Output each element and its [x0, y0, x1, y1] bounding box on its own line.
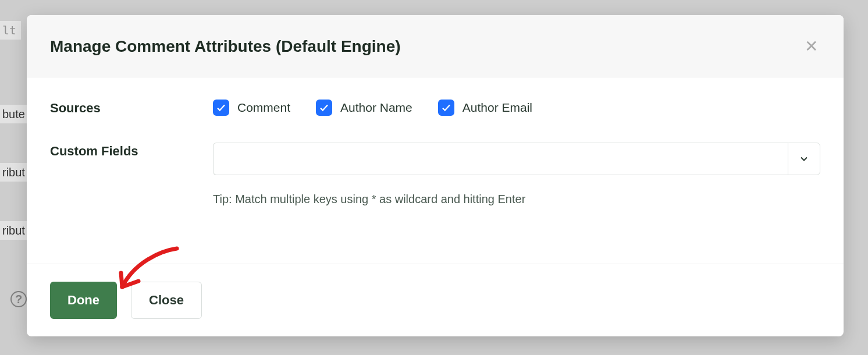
- custom-fields-input[interactable]: [213, 143, 788, 175]
- custom-fields-dropdown-button[interactable]: [788, 143, 820, 175]
- checkbox-comment[interactable]: Comment: [213, 100, 290, 116]
- check-icon: [316, 100, 332, 116]
- manage-comment-attributes-modal: Manage Comment Attributes (Default Engin…: [27, 15, 844, 336]
- custom-fields-label: Custom Fields: [50, 143, 213, 159]
- sources-checkbox-group: Comment Author Name Author Email: [213, 100, 820, 116]
- check-icon: [438, 100, 454, 116]
- chevron-down-icon: [798, 153, 810, 165]
- checkbox-label: Comment: [237, 101, 290, 115]
- custom-fields-tip: Tip: Match multiple keys using * as wild…: [213, 193, 820, 206]
- checkbox-label: Author Name: [340, 101, 412, 115]
- modal-body: Sources Comment Author Name: [27, 77, 844, 264]
- check-icon: [213, 100, 229, 116]
- custom-fields-combobox: [213, 143, 820, 175]
- custom-fields-controls: Tip: Match multiple keys using * as wild…: [213, 143, 820, 206]
- sources-label: Sources: [50, 100, 213, 116]
- checkbox-author-email[interactable]: Author Email: [438, 100, 532, 116]
- modal-footer: Done Close: [27, 264, 844, 336]
- sources-row: Sources Comment Author Name: [50, 100, 820, 116]
- modal-header: Manage Comment Attributes (Default Engin…: [27, 15, 844, 77]
- custom-fields-row: Custom Fields Tip: Match multiple keys u…: [50, 143, 820, 206]
- done-button[interactable]: Done: [50, 282, 117, 319]
- sources-controls: Comment Author Name Author Email: [213, 100, 820, 116]
- close-button[interactable]: Close: [131, 282, 202, 319]
- modal-title: Manage Comment Attributes (Default Engin…: [50, 37, 401, 56]
- checkbox-label: Author Email: [463, 101, 532, 115]
- checkbox-author-name[interactable]: Author Name: [316, 100, 412, 116]
- close-icon[interactable]: ✕: [802, 36, 820, 57]
